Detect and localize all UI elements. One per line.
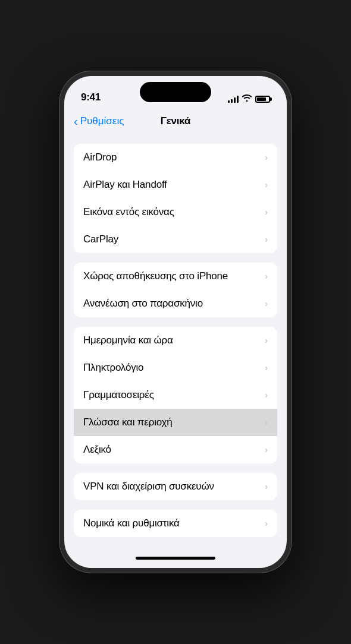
chevron-right-icon: ›	[265, 235, 268, 244]
settings-row-language-region[interactable]: Γλώσσα και περιοχή›	[74, 409, 277, 436]
status-bar: 9:41	[64, 76, 287, 108]
page-title: Γενικά	[161, 115, 191, 127]
chevron-right-icon: ›	[265, 207, 268, 217]
row-label-airplay: AirPlay και Handoff	[83, 179, 167, 191]
chevron-right-icon: ›	[265, 418, 268, 427]
volume-down-button[interactable]	[59, 233, 61, 269]
row-label-background-refresh: Ανανέωση στο παρασκήνιο	[83, 298, 203, 310]
chevron-right-icon: ›	[265, 482, 268, 491]
chevron-right-icon: ›	[265, 272, 268, 281]
phone-frame: 9:41	[59, 71, 292, 573]
row-label-fonts: Γραμματοσειρές	[83, 389, 154, 401]
chevron-right-icon: ›	[265, 336, 268, 345]
row-label-dictionary: Λεξικό	[83, 444, 111, 456]
back-chevron-icon: ‹	[74, 115, 78, 127]
back-button[interactable]: ‹ Ρυθμίσεις	[74, 115, 124, 127]
settings-row-vpn[interactable]: VPN και διαχείριση συσκευών›	[74, 473, 277, 500]
row-label-legal: Νομικά και ρυθμιστικά	[83, 517, 180, 529]
settings-group-group1: AirDrop›AirPlay και Handoff›Εικόνα εντός…	[74, 144, 277, 253]
screen: 9:41	[64, 76, 287, 568]
signal-icon	[228, 96, 239, 103]
chevron-right-icon: ›	[265, 180, 268, 190]
home-indicator	[64, 548, 287, 568]
settings-row-iphone-storage[interactable]: Χώρος αποθήκευσης στο iPhone›	[74, 263, 277, 290]
chevron-right-icon: ›	[265, 390, 268, 400]
chevron-right-icon: ›	[265, 153, 268, 162]
row-label-airdrop: AirDrop	[83, 151, 117, 163]
chevron-right-icon: ›	[265, 445, 268, 454]
power-button[interactable]	[290, 195, 292, 242]
settings-content: AirDrop›AirPlay και Handoff›Εικόνα εντός…	[64, 134, 287, 548]
volume-up-button[interactable]	[59, 189, 61, 225]
settings-row-keyboard[interactable]: Πληκτρολόγιο›	[74, 354, 277, 381]
settings-row-dictionary[interactable]: Λεξικό›	[74, 436, 277, 463]
row-label-picture-in-picture: Εικόνα εντός εικόνας	[83, 206, 174, 218]
settings-row-airplay[interactable]: AirPlay και Handoff›	[74, 171, 277, 198]
chevron-right-icon: ›	[265, 519, 268, 528]
chevron-right-icon: ›	[265, 299, 268, 308]
chevron-right-icon: ›	[265, 363, 268, 372]
settings-row-background-refresh[interactable]: Ανανέωση στο παρασκήνιο›	[74, 290, 277, 317]
settings-group-group5: Νομικά και ρυθμιστικά›	[74, 510, 277, 537]
wifi-icon	[242, 94, 252, 103]
row-label-language-region: Γλώσσα και περιοχή	[83, 416, 173, 428]
row-label-keyboard: Πληκτρολόγιο	[83, 362, 143, 374]
settings-row-carplay[interactable]: CarPlay›	[74, 226, 277, 253]
settings-row-date-time[interactable]: Ημερομηνία και ώρα›	[74, 327, 277, 354]
row-label-carplay: CarPlay	[83, 233, 118, 245]
battery-icon	[255, 96, 270, 103]
settings-row-airdrop[interactable]: AirDrop›	[74, 144, 277, 171]
settings-row-legal[interactable]: Νομικά και ρυθμιστικά›	[74, 510, 277, 537]
row-label-date-time: Ημερομηνία και ώρα	[83, 334, 173, 346]
status-icons	[228, 94, 270, 103]
back-label: Ρυθμίσεις	[80, 115, 124, 127]
home-bar	[136, 557, 215, 560]
row-label-iphone-storage: Χώρος αποθήκευσης στο iPhone	[83, 270, 228, 282]
settings-group-group2: Χώρος αποθήκευσης στο iPhone›Ανανέωση στ…	[74, 263, 277, 317]
status-time: 9:41	[81, 91, 101, 103]
settings-row-picture-in-picture[interactable]: Εικόνα εντός εικόνας›	[74, 198, 277, 226]
row-label-vpn: VPN και διαχείριση συσκευών	[83, 481, 214, 493]
settings-group-group3: Ημερομηνία και ώρα›Πληκτρολόγιο›Γραμματο…	[74, 327, 277, 463]
navigation-bar: ‹ Ρυθμίσεις Γενικά	[64, 108, 287, 134]
dynamic-island	[140, 82, 211, 102]
settings-row-fonts[interactable]: Γραμματοσειρές›	[74, 381, 277, 409]
settings-group-group4: VPN και διαχείριση συσκευών›	[74, 473, 277, 500]
